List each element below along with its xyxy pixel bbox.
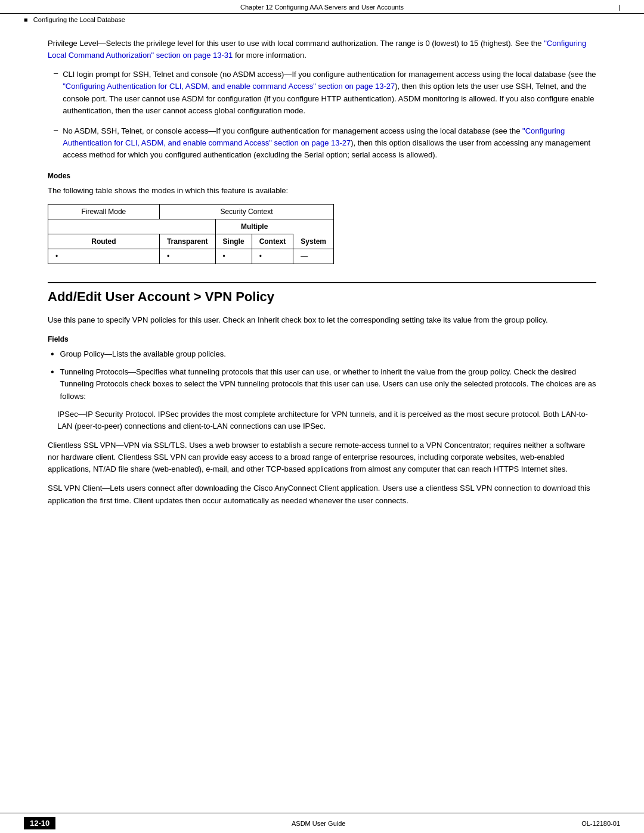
- modes-table: Firewall Mode Security Context Multiple …: [48, 204, 334, 264]
- guide-name: ASDM User Guide: [292, 820, 345, 827]
- table-subheader-row: Routed Transparent Single Context System: [48, 234, 333, 249]
- col-transparent: Transparent: [159, 234, 215, 249]
- bullet1-link[interactable]: "Configuring Authentication for CLI, ASD…: [63, 82, 395, 91]
- bullet-dash-1: –: [54, 69, 58, 117]
- breadcrumb-icon: ■: [24, 16, 28, 23]
- ipsec-paragraph: IPSec—IP Security Protocol. IPSec provid…: [48, 408, 596, 432]
- page-number: 12-10: [24, 817, 55, 829]
- col-firewall-mode: Firewall Mode: [48, 205, 159, 219]
- breadcrumb: ■ Configuring the Local Database: [0, 14, 644, 26]
- col-single: Single: [215, 234, 252, 249]
- table-data-row: • • • • —: [48, 249, 333, 264]
- data-transparent: •: [159, 249, 215, 264]
- data-context: •: [252, 249, 293, 264]
- privilege-level-text-start: Privilege Level—Selects the privilege le…: [48, 39, 544, 48]
- data-routed: •: [48, 249, 159, 264]
- field-tunneling-protocols-text: Tunneling Protocols—Specifies what tunne…: [60, 366, 596, 402]
- bullet-item-2: – No ASDM, SSH, Telnet, or console acces…: [48, 125, 596, 161]
- field-group-policy-text: Group Policy—Lists the available group p…: [60, 348, 226, 361]
- page-header: Chapter 12 Configuring AAA Servers and U…: [0, 0, 644, 14]
- dot-bullet-1: •: [51, 348, 54, 361]
- privilege-level-paragraph: Privilege Level—Selects the privilege le…: [48, 38, 596, 61]
- modes-section: Modes The following table shows the mode…: [48, 172, 596, 264]
- bullet1-start: CLI login prompt for SSH, Telnet and con…: [63, 70, 596, 79]
- data-system: —: [293, 249, 333, 264]
- header-right-spacer: |: [501, 4, 620, 11]
- bullet-dash-2: –: [54, 125, 58, 161]
- section-intro: Use this pane to specify VPN policies fo…: [48, 314, 596, 326]
- fields-heading: Fields: [48, 335, 596, 343]
- field-tunneling-protocols: • Tunneling Protocols—Specifies what tun…: [48, 366, 596, 402]
- col-context: Context: [252, 234, 293, 249]
- main-content: Privilege Level—Selects the privilege le…: [0, 26, 644, 550]
- page-footer: 12-10 ASDM User Guide OL-12180-01: [0, 813, 644, 833]
- col-routed: Routed: [48, 234, 159, 249]
- col-spacer: [48, 219, 215, 234]
- sslvpn-paragraph: SSL VPN Client—Lets users connect after …: [48, 482, 596, 506]
- modes-heading: Modes: [48, 172, 596, 180]
- clientless-paragraph: Clientless SSL VPN—VPN via SSL/TLS. Uses…: [48, 439, 596, 475]
- bullet-item-1: – CLI login prompt for SSH, Telnet and c…: [48, 69, 596, 117]
- col-multiple: Multiple: [215, 219, 293, 234]
- table-multiple-row: Multiple: [48, 219, 333, 234]
- doc-number: OL-12180-01: [581, 820, 620, 827]
- bullet2-start: No ASDM, SSH, Telnet, or console access—…: [63, 126, 522, 135]
- privilege-level-text-end: for more information.: [233, 51, 306, 60]
- section-title: Add/Edit User Account > VPN Policy: [48, 282, 596, 305]
- breadcrumb-text: Configuring the Local Database: [33, 16, 125, 23]
- table-header-row-1: Firewall Mode Security Context: [48, 205, 333, 219]
- header-chapter: Chapter 12 Configuring AAA Servers and U…: [240, 4, 404, 11]
- bullet-text-1: CLI login prompt for SSH, Telnet and con…: [63, 69, 596, 117]
- data-single: •: [215, 249, 252, 264]
- col-system: System: [293, 234, 333, 249]
- bullet-text-2: No ASDM, SSH, Telnet, or console access—…: [63, 125, 596, 161]
- dot-bullet-2: •: [51, 366, 54, 402]
- field-group-policy: • Group Policy—Lists the available group…: [48, 348, 596, 361]
- col-security-context: Security Context: [159, 205, 333, 219]
- modes-intro: The following table shows the modes in w…: [48, 185, 596, 197]
